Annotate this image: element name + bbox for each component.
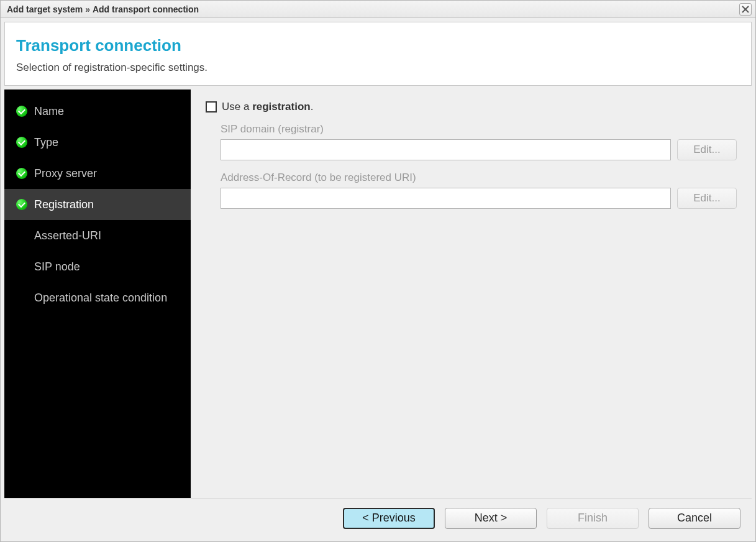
- wizard-content: Use a registration. SIP domain (registra…: [191, 90, 752, 498]
- step-icon-empty: [16, 229, 28, 242]
- check-circle-icon: [16, 198, 28, 211]
- step-label: Asserted-URI: [34, 229, 101, 242]
- wizard-window: Add target system » Add transport connec…: [0, 0, 756, 542]
- field-label: Address-Of-Record (to be registered URI): [221, 172, 737, 184]
- step-sip-node[interactable]: SIP node: [4, 251, 191, 282]
- use-registration-checkbox[interactable]: [206, 101, 217, 113]
- close-icon: [742, 6, 749, 13]
- step-icon-empty: [16, 260, 28, 273]
- step-asserted-uri[interactable]: Asserted-URI: [4, 220, 191, 251]
- step-proxy-server[interactable]: Proxy server: [4, 158, 191, 189]
- finish-button[interactable]: Finish: [547, 508, 639, 529]
- field-row: Edit...: [221, 139, 737, 160]
- page-subtitle: Selection of registration-specific setti…: [16, 62, 740, 74]
- field-row: Edit...: [221, 188, 737, 209]
- titlebar: Add target system » Add transport connec…: [1, 1, 755, 18]
- edit-button[interactable]: Edit...: [677, 188, 737, 209]
- edit-button[interactable]: Edit...: [677, 139, 737, 160]
- check-circle-icon: [16, 136, 28, 149]
- step-label: Type: [34, 136, 58, 149]
- use-registration-label: Use a registration.: [222, 101, 313, 113]
- field-label: SIP domain (registrar): [221, 123, 737, 136]
- step-type[interactable]: Type: [4, 127, 191, 158]
- breadcrumb-2: Add transport connection: [93, 4, 199, 14]
- breadcrumb-1: Add target system: [7, 4, 83, 14]
- step-label: Name: [34, 105, 64, 118]
- cancel-button[interactable]: Cancel: [649, 508, 740, 529]
- step-label: Registration: [34, 198, 94, 211]
- use-registration-label-suffix: .: [311, 101, 314, 113]
- wizard-step-sidebar: NameTypeProxy serverRegistrationAsserted…: [4, 90, 191, 498]
- step-label: SIP node: [34, 260, 80, 273]
- step-registration[interactable]: Registration: [4, 189, 191, 220]
- step-icon-empty: [16, 292, 28, 304]
- close-button[interactable]: [739, 3, 752, 16]
- check-circle-icon: [16, 105, 28, 117]
- page-title: Transport connection: [16, 36, 740, 55]
- use-registration-label-prefix: Use a: [222, 101, 252, 113]
- step-operational-state-condition[interactable]: Operational state condition: [4, 282, 191, 313]
- address-of-record-input[interactable]: [221, 188, 671, 209]
- sip-domain-input[interactable]: [221, 139, 671, 160]
- use-registration-row: Use a registration.: [206, 101, 737, 113]
- next-button[interactable]: Next >: [445, 508, 537, 529]
- wizard-body: NameTypeProxy serverRegistrationAsserted…: [4, 90, 752, 498]
- wizard-footer: < Previous Next > Finish Cancel: [4, 498, 752, 538]
- wizard-header: Transport connection Selection of regist…: [4, 22, 752, 86]
- check-circle-icon: [16, 167, 28, 180]
- previous-button[interactable]: < Previous: [343, 508, 435, 529]
- breadcrumb-separator: »: [85, 4, 90, 14]
- use-registration-label-bold: registration: [252, 101, 311, 113]
- step-name[interactable]: Name: [4, 96, 191, 127]
- step-label: Operational state condition: [34, 292, 167, 305]
- step-label: Proxy server: [34, 167, 97, 180]
